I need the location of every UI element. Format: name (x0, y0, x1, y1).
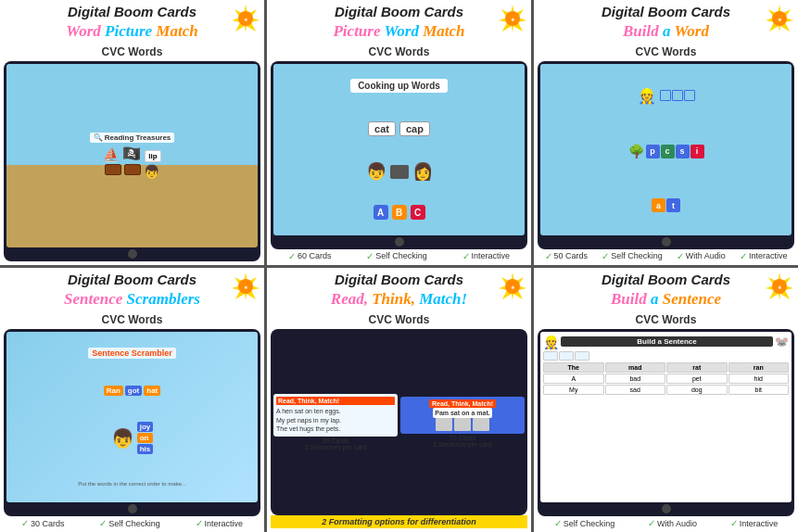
card3-sunburst: ★ (765, 4, 794, 33)
card2-check2: ✓Self Checking (366, 251, 427, 261)
card1-reading-treasures: 🔍 Reading Treasures (90, 133, 175, 143)
card6-cell-sad: sad (605, 385, 666, 395)
card5-sentence3: The vet hugs the pets. (276, 424, 395, 434)
card6-grid: The mad rat ran A bad pet hid My sad dog… (543, 362, 789, 395)
card4-ss-title: Sentence Scrambler (88, 348, 176, 359)
card3-box3 (684, 90, 695, 101)
card4-check3: ✓Interactive (196, 518, 244, 528)
card6-cell-a: A (543, 374, 604, 384)
card5-img1 (436, 418, 452, 431)
card2-title: Picture Word Match (271, 20, 527, 43)
card6-screen: 👷 Build a Sentence 🐭 The mad rat ran (540, 332, 792, 502)
card-word-picture-match: Digital Boom Cards ★ Word Picture Match … (0, 0, 264, 265)
card2-checkmark2: ✓ (366, 251, 374, 261)
card6-cell-bit: bit (728, 385, 790, 395)
card3-build: Build (623, 22, 663, 40)
card6-tablet: 👷 Build a Sentence 🐭 The mad rat ran (538, 329, 794, 516)
card6-col-mad: mad (605, 362, 666, 373)
card3-ck1: ✓ (545, 251, 552, 261)
chest2 (124, 164, 141, 175)
card3-header: Digital Boom Cards ★ (538, 4, 794, 19)
card6-top: 👷 Build a Sentence 🐭 (543, 335, 789, 349)
card5-title: Read, Think, Match! (271, 288, 527, 310)
card6-blank1 (543, 351, 558, 361)
card4-check2: ✓Self Checking (99, 518, 160, 528)
card2-screen: Cooking up Words cat cap 👦 👩 A B C (273, 64, 525, 234)
card2-footer: ✓60 Cards ✓Self Checking ✓Interactive (271, 251, 527, 261)
card5-left-info: 30 Cards3 Sentences per card (305, 437, 367, 450)
tile-c: c (661, 145, 675, 158)
card6-ck3: ✓ (730, 518, 738, 528)
card4-ck2: ✓ (99, 518, 107, 528)
card4-footer: ✓30 Cards ✓Self Checking ✓Interactive (4, 518, 260, 528)
card3-ck4: ✓ (740, 251, 747, 261)
card4-check1: ✓30 Cards (21, 518, 65, 528)
card1-match: Match (156, 22, 197, 40)
card4-header: Digital Boom Cards ★ (4, 272, 260, 287)
card6-a: a (651, 290, 663, 308)
card4-dbc-title: Digital Boom Cards (4, 272, 260, 287)
card2-check2-label: Self Checking (375, 251, 427, 260)
ss-word-ran: Ran (104, 386, 123, 396)
card6-blank2 (559, 351, 574, 361)
tile-i: i (690, 145, 704, 158)
card3-a: a (663, 22, 674, 40)
card6-cell-hid: hid (728, 374, 790, 384)
card6-col-ran: ran (728, 362, 790, 373)
card4-screen: Sentence Scrambler Ran got hat 👦 joy on … (6, 332, 258, 502)
card4-label3: Interactive (205, 519, 244, 528)
card3-ck2: ✓ (602, 251, 609, 261)
card2-letters: A B C (373, 204, 426, 221)
card3-ck3: ✓ (677, 251, 684, 261)
card5-text-left: Read, Think, Match! A hen sat on ten egg… (273, 394, 398, 437)
card3-label4: Interactive (749, 251, 788, 260)
card2-subtitle: CVC Words (369, 45, 430, 58)
card2-check1: ✓60 Cards (288, 251, 332, 261)
card4-ck1: ✓ (21, 518, 29, 528)
card3-check1: ✓50 Cards (545, 251, 589, 261)
card1-chests: 👦 (105, 164, 159, 179)
card5-yellow-footer: 2 Formatting options for differentiation (271, 515, 527, 528)
card1-word-box: lip (145, 150, 160, 162)
card5-sentence1: A hen sat on ten eggs. (276, 407, 395, 416)
card4-sentence: Sentence (64, 290, 127, 308)
card-picture-word-match: Digital Boom Cards ★ Picture Word Match … (267, 0, 531, 265)
card3-label1: 50 Cards (554, 251, 589, 260)
card5-img2 (454, 418, 471, 431)
card3-check2: ✓Self Checking (602, 251, 663, 261)
ss-word-got: got (125, 386, 142, 396)
ss-word-his: his (137, 444, 154, 454)
tile-p: p (646, 145, 660, 158)
card2-checkmark3: ✓ (462, 251, 470, 261)
card3-footer: ✓50 Cards ✓Self Checking ✓With Audio ✓In… (538, 251, 794, 261)
card2-checkmark1: ✓ (288, 251, 296, 261)
card6-sunburst: ★ (765, 272, 794, 301)
card5-rtm-banner: Read, Think, Match! (276, 397, 395, 405)
card2-letter-c: C (411, 205, 425, 220)
card3-top-row: 👷 (638, 87, 695, 105)
card6-title: Build a Sentence (538, 288, 794, 310)
card2-match: Match (423, 22, 464, 40)
card5-rtm-right-inner: Read, Think, Match! Pam sat on a mat. (400, 397, 525, 434)
card6-blanks-row (543, 351, 789, 361)
card3-screen: 👷 🌳 p c s i (540, 64, 792, 234)
card1-header: Digital Boom Cards ★ (4, 4, 260, 19)
card2-pot (390, 165, 409, 179)
chest1 (105, 164, 121, 175)
card2-check3: ✓Interactive (462, 251, 511, 261)
card2-sunburst: ★ (498, 4, 527, 33)
card6-build: Build (611, 290, 651, 308)
card2-characters: 👦 👩 (366, 161, 433, 182)
card1-picture: Picture (105, 22, 156, 40)
card6-cell-bad: bad (605, 374, 666, 384)
card1-screen: 🔍 Reading Treasures ⛵ 🏴‍☠️ lip 👦 (6, 64, 258, 247)
card1-tablet: 🔍 Reading Treasures ⛵ 🏴‍☠️ lip 👦 (4, 61, 260, 260)
card-sentence-scramblers: Digital Boom Cards ★ Sentence Scramblers… (0, 268, 264, 533)
card1-home-btn (128, 249, 137, 259)
card6-screen-inner: 👷 Build a Sentence 🐭 The mad rat ran (540, 332, 792, 502)
card4-subtitle: CVC Words (102, 313, 163, 326)
card5-right-info: 70 Cards1 Sentence per card (433, 435, 491, 448)
card3-subtitle: CVC Words (636, 45, 697, 58)
card1-word: Word (66, 22, 105, 40)
card6-col-rat: rat (666, 362, 728, 373)
